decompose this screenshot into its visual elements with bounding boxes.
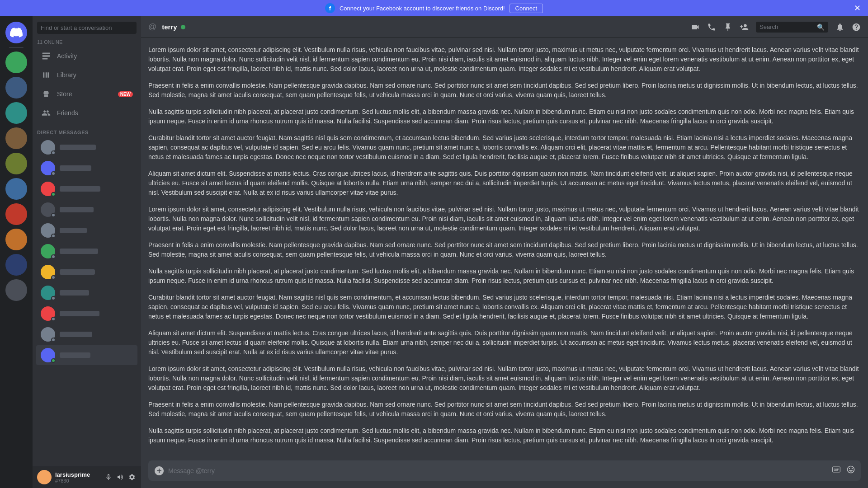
nav-item-activity[interactable]: Activity	[36, 47, 137, 65]
nav-item-library[interactable]: Library	[36, 66, 137, 84]
chat-recipient-name: terry	[162, 23, 185, 31]
activity-icon	[41, 51, 52, 61]
deafen-button[interactable]	[116, 473, 125, 482]
server-icon[interactable]	[5, 153, 27, 174]
video-call-button[interactable]	[691, 23, 700, 32]
status-dot	[51, 192, 56, 197]
message-input-box: GIF	[148, 460, 861, 481]
message-paragraph: Praesent in felis a enim convallis moles…	[148, 400, 861, 419]
dm-user-item[interactable]	[36, 283, 137, 303]
message-paragraph: Nulla sagittis turpis sollicitudin nibh …	[148, 107, 861, 126]
server-icon[interactable]	[5, 77, 27, 99]
dm-user-item[interactable]	[36, 179, 137, 199]
username-display: larsiusprime	[55, 471, 100, 478]
message-paragraph: Nulla sagittis turpis sollicitudin nibh …	[148, 426, 861, 445]
dm-username	[60, 311, 99, 316]
online-count: 11 ONLINE	[33, 38, 141, 47]
library-icon	[41, 70, 52, 80]
search-input[interactable]	[760, 23, 815, 30]
message-paragraph: Nulla sagittis turpis sollicitudin nibh …	[148, 267, 861, 286]
settings-button[interactable]	[127, 473, 137, 482]
dm-user-item[interactable]	[36, 221, 137, 240]
server-icon[interactable]	[5, 279, 27, 301]
user-info: larsiusprime #7830	[55, 471, 100, 483]
message-input-icons: GIF	[832, 465, 855, 476]
server-separator	[9, 47, 24, 48]
status-dot	[51, 254, 56, 259]
status-dot	[51, 317, 56, 321]
gif-button[interactable]: GIF	[832, 465, 841, 476]
status-dot	[51, 338, 56, 342]
status-dot	[51, 171, 56, 176]
avatar	[41, 306, 55, 321]
dm-username	[60, 165, 91, 171]
dm-user-item[interactable]	[36, 324, 137, 344]
recipient-status-dot	[181, 25, 185, 29]
avatar	[41, 327, 55, 342]
message-paragraph: Curabitur blandit tortor sit amet auctor…	[148, 133, 861, 162]
status-dot	[51, 234, 56, 238]
dm-user-item[interactable]	[36, 241, 137, 261]
mute-button[interactable]	[104, 473, 113, 482]
server-icon[interactable]	[5, 229, 27, 250]
avatar	[41, 348, 55, 362]
message-paragraph: Praesent in felis a enim convallis moles…	[148, 81, 861, 100]
chat-area: @ terry �	[141, 16, 868, 488]
server-icon[interactable]	[5, 254, 27, 276]
dm-username	[60, 207, 94, 212]
message-input-area: GIF	[141, 460, 868, 488]
new-badge: NEW	[118, 91, 133, 97]
status-dot	[51, 275, 56, 280]
dm-user-item[interactable]	[36, 137, 137, 157]
dm-username	[60, 186, 100, 192]
avatar	[41, 202, 55, 217]
friends-icon	[41, 108, 52, 118]
message-input[interactable]	[168, 467, 828, 474]
emoji-button[interactable]	[846, 465, 855, 476]
add-member-button[interactable]	[740, 23, 749, 32]
search-icon: 🔍	[817, 23, 825, 31]
avatar	[41, 265, 55, 279]
dm-user-item[interactable]	[36, 158, 137, 178]
dm-search-container	[33, 16, 141, 38]
discord-home-button[interactable]	[5, 22, 27, 43]
at-symbol: @	[148, 22, 156, 32]
dm-user-item[interactable]	[36, 262, 137, 282]
user-tag-display: #7830	[55, 478, 100, 483]
dm-search-input[interactable]	[37, 22, 137, 34]
messages-area: Lorem ipsum dolor sit amet, consectetur …	[141, 38, 868, 460]
dm-user-item-active[interactable]	[36, 345, 137, 365]
avatar	[41, 244, 55, 258]
message-paragraph: Praesent in felis a enim convallis moles…	[148, 240, 861, 259]
avatar	[41, 223, 55, 238]
friends-label: Friends	[57, 109, 78, 117]
server-icon[interactable]	[5, 127, 27, 149]
dm-username	[60, 228, 87, 233]
nav-item-friends[interactable]: Friends	[36, 104, 137, 122]
dm-username	[60, 290, 89, 296]
server-icon[interactable]	[5, 52, 27, 73]
dm-user-item[interactable]	[36, 200, 137, 220]
connect-button[interactable]: Connect	[509, 4, 543, 13]
dm-user-item[interactable]	[36, 304, 137, 324]
avatar	[41, 161, 55, 175]
help-button[interactable]	[852, 23, 861, 32]
server-icon[interactable]	[5, 178, 27, 200]
pin-button[interactable]	[723, 23, 732, 32]
voice-call-button[interactable]	[707, 23, 716, 32]
user-footer-controls	[104, 473, 137, 482]
message-paragraph: Curabitur blandit tortor sit amet auctor…	[148, 293, 861, 321]
inbox-button[interactable]	[835, 23, 844, 32]
user-avatar	[37, 470, 52, 484]
dm-username	[60, 249, 98, 254]
server-icon[interactable]	[5, 203, 27, 225]
nav-item-store[interactable]: Store NEW	[36, 85, 137, 103]
facebook-icon: f	[325, 3, 335, 13]
recipient-username: terry	[162, 23, 177, 31]
banner-close-button[interactable]: ✕	[854, 3, 861, 13]
search-bar: 🔍	[756, 22, 828, 33]
attach-button[interactable]	[154, 465, 165, 476]
message-paragraph: Aliquam sit amet dictum elit. Suspendiss…	[148, 169, 861, 197]
svg-rect-1	[42, 55, 50, 56]
server-icon[interactable]	[5, 102, 27, 124]
